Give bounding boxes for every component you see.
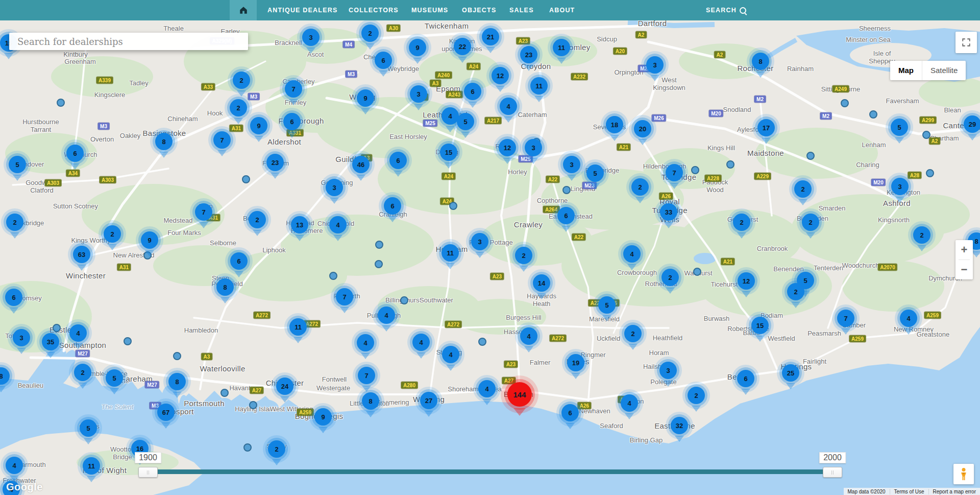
cluster-marker[interactable]: 2 (249, 211, 266, 228)
cluster-marker[interactable]: 3 (525, 139, 542, 156)
cluster-marker[interactable]: 22 (454, 38, 471, 55)
cluster-marker[interactable]: 4 (621, 394, 638, 412)
single-dealer-dot[interactable] (926, 169, 934, 177)
cluster-marker[interactable]: 4 (623, 245, 641, 263)
cluster-marker[interactable]: 5 (891, 119, 908, 136)
single-dealer-dot[interactable] (478, 338, 486, 346)
timeline-handle-start[interactable] (138, 467, 158, 478)
cluster-marker[interactable]: 7 (837, 310, 854, 327)
cluster-marker[interactable]: 11 (442, 244, 459, 262)
cluster-marker[interactable]: 9 (250, 117, 267, 134)
cluster-marker[interactable]: 2 (624, 325, 642, 342)
cluster-marker[interactable]: 3 (13, 329, 30, 346)
cluster-marker[interactable]: 67 (157, 404, 175, 421)
cluster-marker[interactable]: 11 (530, 77, 548, 95)
cluster-marker[interactable]: 19 (567, 354, 584, 371)
single-dealer-dot[interactable] (242, 175, 250, 183)
cluster-marker[interactable]: 4 (412, 334, 430, 351)
cluster-marker[interactable]: 6 (283, 113, 301, 130)
report-error-link[interactable]: Report a map error (928, 489, 980, 494)
search-input[interactable] (16, 36, 243, 48)
single-dealer-dot[interactable] (243, 443, 252, 452)
cluster-marker[interactable]: 3 (563, 156, 580, 173)
cluster-marker[interactable]: 20 (634, 120, 651, 137)
cluster-marker[interactable]: 18 (606, 116, 623, 133)
cluster-marker[interactable]: 5 (586, 164, 604, 182)
cluster-marker[interactable]: 15 (751, 317, 769, 334)
cluster-marker[interactable]: 3 (659, 362, 677, 379)
cluster-marker[interactable]: 12 (499, 139, 516, 156)
cluster-marker[interactable]: 2 (802, 214, 819, 231)
cluster-marker[interactable]: 4 (500, 98, 517, 115)
cluster-marker[interactable]: 9 (409, 39, 426, 56)
timeline-handle-end[interactable] (823, 467, 842, 478)
cluster-marker[interactable]: 6 (464, 83, 481, 100)
single-dealer-dot[interactable] (869, 110, 877, 119)
single-dealer-dot[interactable] (726, 160, 734, 169)
cluster-marker[interactable]: 21 (482, 28, 499, 45)
cluster-marker[interactable]: 5 (457, 113, 474, 130)
nav-item-antique-dealers[interactable]: ANTIQUE DEALERS (267, 0, 337, 20)
map-button[interactable]: Map (890, 61, 922, 80)
cluster-marker[interactable]: 6 (230, 252, 248, 270)
cluster-marker[interactable]: 9 (357, 89, 374, 107)
single-dealer-dot[interactable] (329, 272, 337, 280)
nav-item-about[interactable]: ABOUT (549, 0, 575, 20)
cluster-marker[interactable]: 24 (276, 378, 293, 395)
single-dealer-dot[interactable] (691, 166, 699, 174)
cluster-marker[interactable]: 7 (358, 367, 375, 384)
cluster-marker[interactable]: 23 (520, 46, 537, 63)
cluster-marker[interactable]: 8 (168, 373, 186, 390)
nav-item-museums[interactable]: MUSEUMS (411, 0, 448, 20)
cluster-marker[interactable]: 15 (440, 144, 457, 161)
single-dealer-dot[interactable] (173, 352, 181, 360)
cluster-marker[interactable]: 6 (557, 207, 575, 224)
timeline-track[interactable] (157, 469, 824, 474)
cluster-marker[interactable]: 8 (216, 278, 234, 296)
cluster-marker[interactable]: 7 (285, 80, 302, 98)
cluster-marker[interactable]: 25 (782, 364, 799, 382)
cluster-marker[interactable]: 6 (66, 145, 84, 162)
cluster-marker[interactable]: 32 (671, 417, 688, 434)
single-dealer-dot[interactable] (562, 186, 571, 194)
cluster-marker[interactable]: 6 (384, 197, 401, 215)
map-canvas[interactable]: ThealeEarleyBracknellAscotKintburyGreenh… (0, 20, 980, 495)
zoom-in-button[interactable]: + (955, 240, 973, 260)
cluster-marker[interactable]: 2 (74, 364, 91, 381)
single-dealer-dot[interactable] (220, 389, 229, 397)
cluster-marker[interactable]: 5 (598, 296, 616, 314)
cluster-marker[interactable]: 6 (737, 370, 754, 387)
single-dealer-dot[interactable] (449, 202, 457, 210)
pegman-button[interactable] (953, 464, 974, 484)
cluster-marker[interactable]: 8 (362, 392, 379, 410)
single-dealer-dot[interactable] (57, 99, 65, 107)
home-button[interactable] (230, 0, 257, 20)
cluster-marker[interactable]: 2 (913, 226, 930, 244)
cluster-marker[interactable]: 4 (329, 216, 347, 233)
single-dealer-dot[interactable] (922, 131, 930, 139)
cluster-marker[interactable]: 2 (515, 247, 532, 264)
cluster-marker[interactable]: 2 (268, 440, 285, 458)
cluster-marker[interactable]: 35 (42, 333, 59, 350)
cluster-marker[interactable]: 11 (289, 318, 307, 336)
cluster-marker[interactable]: 6 (5, 289, 22, 306)
cluster-marker[interactable]: 4 (442, 107, 459, 125)
cluster-marker[interactable]: 4 (478, 380, 496, 397)
cluster-marker[interactable]: 5 (106, 369, 123, 387)
cluster-marker[interactable]: 6 (561, 404, 579, 421)
cluster-marker[interactable]: 5 (80, 419, 97, 437)
single-dealer-dot[interactable] (375, 260, 383, 268)
terms-link[interactable]: Terms of Use (890, 489, 928, 494)
single-dealer-dot[interactable] (124, 337, 132, 345)
cluster-marker[interactable]: 12 (738, 272, 755, 290)
cluster-marker-red[interactable]: 144 (507, 382, 532, 407)
cluster-marker[interactable]: 14 (533, 274, 550, 292)
cluster-marker[interactable]: 4 (378, 307, 395, 324)
cluster-marker[interactable]: 23 (266, 154, 284, 171)
cluster-marker[interactable]: 3 (891, 178, 909, 195)
cluster-marker[interactable]: 2 (631, 178, 649, 196)
cluster-marker[interactable]: 2 (733, 214, 750, 231)
satellite-button[interactable]: Satellite (922, 61, 966, 80)
cluster-marker[interactable]: 7 (336, 288, 353, 305)
cluster-marker[interactable]: 17 (757, 119, 775, 136)
